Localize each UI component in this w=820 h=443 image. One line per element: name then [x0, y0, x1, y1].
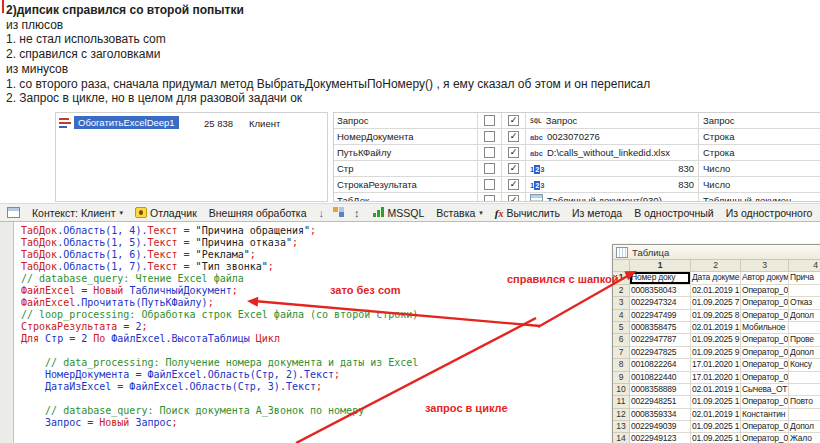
grid-cell[interactable]: 0022947324 — [630, 297, 691, 309]
to-single-line-button[interactable]: В однострочный — [630, 206, 717, 220]
spreadsheet-window[interactable]: Таблица 12341Номер докуДата докумеАвтор … — [612, 244, 820, 443]
grid-row-number[interactable]: 3 — [613, 297, 630, 309]
code-line[interactable]: ТабДок.Область(1, 4).Текст = "Причина об… — [21, 225, 418, 237]
code-line[interactable]: ДатаИзExcel = ФайлExcel.Область(Стр, 3).… — [21, 381, 418, 393]
watch-row[interactable]: Стр✓123830Число — [334, 161, 820, 177]
grid-row-number[interactable]: 5 — [613, 322, 630, 334]
grid-cell[interactable]: Допол — [789, 421, 820, 433]
grid-cell[interactable]: Мобильное п — [741, 322, 789, 334]
grid-column-header[interactable]: 2 — [691, 260, 741, 272]
grid-cell[interactable]: Оператор_0 — [741, 285, 789, 297]
grid-cell[interactable]: Допол — [789, 347, 820, 359]
watch-checkbox-cell[interactable]: ✓ — [502, 161, 526, 176]
grid-cell[interactable]: Оператор_0 — [741, 359, 789, 371]
table-row[interactable]: 2000835804302.01.2019 1Оператор_0 — [613, 285, 820, 297]
watch-checkbox-cell[interactable]: ✓ — [502, 177, 526, 192]
grid-cell[interactable]: 0008358475 — [630, 322, 691, 334]
grid-column-header[interactable]: 4 — [789, 260, 820, 272]
insert-dropdown[interactable]: Вставка▾ — [432, 206, 487, 220]
grid-column-header[interactable]: 1 — [630, 260, 691, 272]
grid-cell[interactable]: Прове — [789, 334, 820, 346]
checkbox-checked[interactable]: ✓ — [508, 195, 519, 202]
grid-cell[interactable]: Константин — [741, 409, 789, 421]
grid-cell[interactable] — [789, 372, 820, 384]
grid-row-number[interactable]: 8 — [613, 359, 630, 371]
table-row[interactable]: 6002294778701.09.2025 9Оператор_0Прове — [613, 334, 820, 346]
external-processing-button[interactable]: Внешняя обработка — [205, 206, 311, 220]
grid-row-number[interactable]: 2 — [613, 285, 630, 297]
code-line[interactable] — [21, 345, 418, 357]
grid-cell[interactable]: Сычева_ОТ — [741, 384, 789, 396]
grid-cell[interactable]: 01.09.2025 1 — [691, 421, 741, 433]
table-row[interactable]: 7002294782501.09.2025 9Оператор_0Допол — [613, 347, 820, 359]
grid-cell[interactable]: 0022949123 — [630, 433, 691, 443]
table-row[interactable]: 1Номер докуДата докумеАвтор докумПрича — [613, 272, 820, 284]
grid-row-number[interactable]: 7 — [613, 347, 630, 359]
grid-cell[interactable]: 01.09.2025 8 — [691, 310, 741, 322]
table-row[interactable]: 5000835847502.01.2019 1Мобильное п — [613, 322, 820, 334]
table-row[interactable]: 11002294825101.09.2025 1Оператор_0Повто — [613, 396, 820, 408]
watch-row[interactable]: ТабДок✓Табличный документ(930)Табличный … — [334, 193, 820, 202]
code-line[interactable]: // database_query: Поиск документа А_Зво… — [21, 405, 418, 417]
grid-column-header[interactable]: 3 — [741, 260, 789, 272]
grid-cell[interactable]: 01.09.2025 9 — [691, 347, 741, 359]
grid-cell[interactable]: 01.09.2025 1 — [691, 433, 741, 443]
table-row[interactable]: 13002294903901.09.2025 1Оператор_0Допол — [613, 421, 820, 433]
code-line[interactable]: НомерДокумента = ФайлExcel.Область(Стр, … — [21, 369, 418, 381]
save-results-button[interactable] — [315, 206, 329, 220]
blocks-button[interactable] — [329, 206, 349, 219]
grid-cell[interactable]: Прича — [789, 272, 820, 284]
grid-cell[interactable]: Оператор_0 — [741, 347, 789, 359]
code-line[interactable]: // loop_processing: Обработка строк Exce… — [21, 309, 418, 321]
grid-cell[interactable]: 17.01.2020 1 — [691, 359, 741, 371]
grid-cell[interactable]: 17.01.2020 1 — [691, 372, 741, 384]
grid-cell[interactable]: 0022947787 — [630, 334, 691, 346]
code-line[interactable]: ФайлExcel.Прочитать(ПутьКФайлу); — [21, 297, 418, 309]
grid-cell[interactable]: 02.01.2019 1 — [691, 285, 741, 297]
code-line[interactable]: Для Стр = 2 По ФайлExcel.ВысотаТаблицы Ц… — [21, 333, 418, 345]
grid-cell[interactable]: 0022947825 — [630, 347, 691, 359]
grid-cell[interactable]: Оператор_0 — [741, 433, 789, 443]
grid-cell[interactable]: Жало — [789, 433, 820, 443]
from-single-line-button[interactable]: Из однострочного — [722, 206, 817, 220]
grid-cell[interactable]: 0022949039 — [630, 421, 691, 433]
code-lines[interactable]: ТабДок.Область(1, 4).Текст = "Причина об… — [21, 225, 418, 429]
table-row[interactable]: 12000835933402.01.2019 1Константин — [613, 409, 820, 421]
watch-checkbox-cell[interactable] — [478, 193, 502, 202]
checkbox-checked[interactable]: ✓ — [508, 147, 519, 158]
method-list-item[interactable]: ОбогатитьExcelDeep1 25 838 Клиент — [56, 115, 327, 133]
table-row[interactable]: 14002294912301.09.2025 1Оператор_0Жало — [613, 433, 820, 443]
grid-row-number[interactable]: 4 — [613, 310, 630, 322]
code-line[interactable]: Запрос = Новый Запрос; — [21, 417, 418, 429]
evaluate-button[interactable]: Вычислить — [491, 206, 564, 220]
table-row[interactable]: 4002294749901.09.2025 8Оператор_0Допол — [613, 310, 820, 322]
grid-cell[interactable]: Оператор_0 — [741, 421, 789, 433]
grid-cell[interactable]: 0008358889 — [630, 384, 691, 396]
grid-cell[interactable]: 0010822264 — [630, 359, 691, 371]
grid-cell[interactable]: Допол — [789, 310, 820, 322]
method-name[interactable]: ОбогатитьExcelDeep1 — [74, 116, 179, 129]
grid-row-number[interactable]: 9 — [613, 372, 630, 384]
checkbox-unchecked[interactable] — [484, 131, 495, 142]
checkbox-checked[interactable]: ✓ — [508, 115, 519, 126]
grid-cell[interactable]: 02.01.2019 1 — [691, 409, 741, 421]
watch-checkbox-cell[interactable]: ✓ — [502, 193, 526, 202]
method-list[interactable]: ОбогатитьExcelDeep1 25 838 Клиент — [55, 112, 328, 202]
mssql-button[interactable]: MSSQL — [368, 206, 429, 220]
checkbox-unchecked[interactable] — [484, 163, 495, 174]
spreadsheet-titlebar[interactable]: Таблица — [613, 245, 820, 260]
grid-cell[interactable]: Отказ — [789, 297, 820, 309]
sort-button[interactable] — [350, 206, 364, 220]
watch-checkbox-cell[interactable]: ✓ — [502, 113, 526, 128]
watch-checkbox-cell[interactable]: ✓ — [502, 145, 526, 160]
code-line[interactable]: // data_processing: Получение номера док… — [21, 357, 418, 369]
grid-cell[interactable]: 02.01.2019 1 — [691, 384, 741, 396]
watch-row[interactable]: СтрокаРезультата✓123830Число — [334, 177, 820, 193]
checkbox-checked[interactable]: ✓ — [508, 163, 519, 174]
grid-cell[interactable]: Оператор_0 — [741, 372, 789, 384]
grid-row-number[interactable]: 11 — [613, 396, 630, 408]
grid-cell[interactable]: 0022947499 — [630, 310, 691, 322]
grid-cell[interactable]: Оператор_0 — [741, 297, 789, 309]
grid-cell[interactable]: Оператор_0 — [741, 310, 789, 322]
code-line[interactable]: ТабДок.Область(1, 5).Текст = "Причина от… — [21, 237, 418, 249]
